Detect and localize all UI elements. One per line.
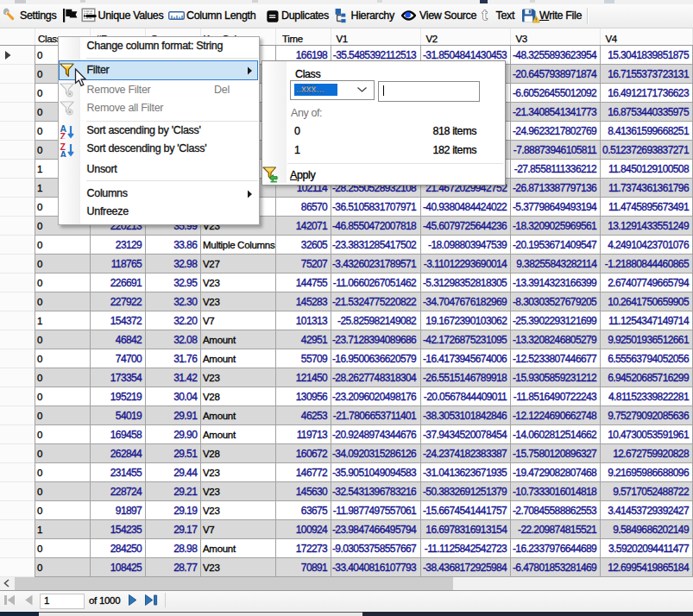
svg-text:A: A — [60, 148, 67, 157]
svg-text:t: t — [482, 7, 488, 22]
svg-text:Z: Z — [60, 130, 66, 139]
